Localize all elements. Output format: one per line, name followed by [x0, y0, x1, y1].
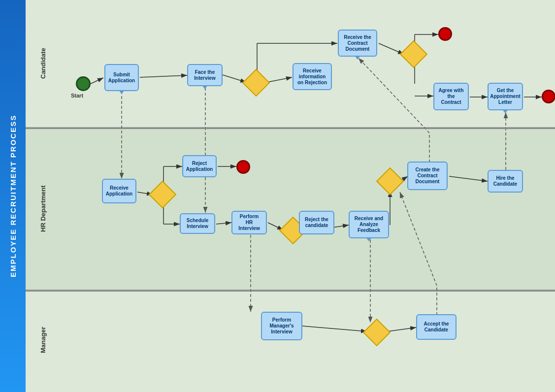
receive-contract-node: Receive theContractDocument: [338, 30, 377, 57]
get-appointment-node: Get theAppointmentLetter: [488, 83, 523, 110]
diamond-d1: [246, 73, 266, 93]
lane-candidate: Candidate: [26, 0, 555, 128]
create-contract-node: Create theContractDocument: [407, 162, 448, 190]
start-label: Start: [71, 93, 83, 98]
perform-manager-interview-node: PerformManager'sInterview: [261, 312, 302, 340]
manager-label: Manager: [39, 291, 47, 389]
reject-candidate-node: Reject thecandidate: [299, 211, 334, 234]
agree-contract-node: Agree withtheContract: [433, 83, 469, 110]
accept-candidate-node: Accept theCandidate: [416, 314, 457, 340]
hr-label: HR Department: [39, 128, 47, 290]
candidate-label: Candidate: [39, 0, 47, 127]
diamond-d3: [153, 185, 172, 204]
end-node-2: [542, 90, 555, 103]
diamond-d2: [404, 44, 424, 64]
diamond-d5: [380, 171, 400, 191]
receive-rejection-node: Receiveinformationon Rejection: [293, 63, 332, 90]
reject-application-node: RejectApplication: [182, 155, 217, 177]
diagram-area: Candidate HR Department Manager: [26, 0, 555, 392]
schedule-interview-node: ScheduleInterview: [180, 213, 215, 234]
diagram-title: EMPLOYEE RECRUITMENT PROCESS: [0, 0, 26, 392]
face-interview-node: Face theInterview: [187, 64, 223, 86]
receive-feedback-node: Receive andAnalyzeFeedback: [349, 211, 389, 238]
perform-hr-interview-node: PerformHRInterview: [231, 211, 267, 234]
diamond-d6: [367, 323, 387, 342]
end-node-3: [236, 160, 250, 174]
lane-hr: HR Department: [26, 128, 555, 291]
main-container: EMPLOYEE RECRUITMENT PROCESS Candidate H…: [0, 0, 555, 392]
start-node: [76, 76, 91, 91]
submit-application-node: SubmitApplication: [104, 64, 139, 91]
end-node-1: [438, 27, 452, 41]
hire-candidate-node: Hire theCandidate: [488, 170, 523, 193]
receive-application-node: ReceiveApplication: [102, 179, 136, 203]
